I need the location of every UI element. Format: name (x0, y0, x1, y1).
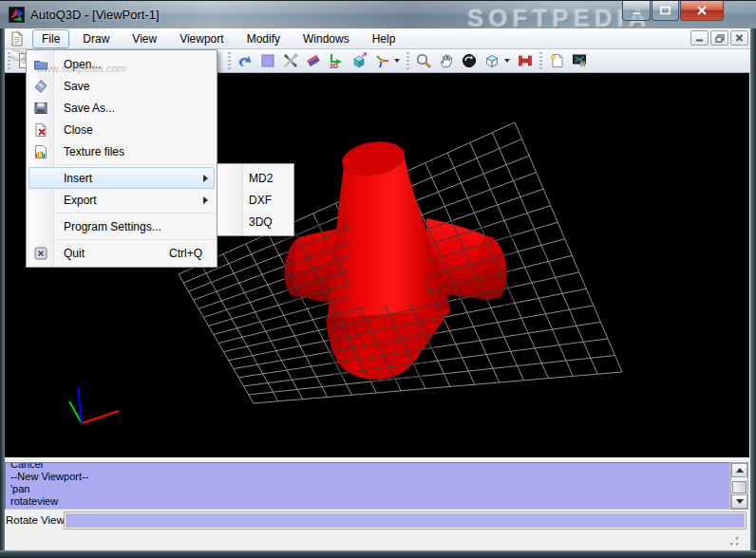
menu-item-label: Close (64, 123, 214, 137)
mdi-restore-icon (715, 34, 725, 43)
menu-bar: FileDrawViewViewportModifyWindowsHelp (5, 28, 750, 49)
title-bar[interactable]: AutoQ3D - [ViewPort-1] SOFTPEDIA (0, 0, 756, 28)
insert-submenu-item-dxf[interactable]: DXF (219, 189, 292, 211)
mdi-minimize-button[interactable] (690, 30, 709, 46)
toolbar-grip[interactable] (8, 52, 10, 69)
window-border-bottom (0, 550, 756, 558)
orientation-axes-icon (373, 52, 390, 69)
orientation-axes-dropdown-caret[interactable] (394, 59, 400, 63)
orientation-axes-button[interactable] (370, 50, 393, 71)
measure-icon (517, 52, 534, 69)
file-menu: Open...SaveSave As...CloseTexture filesI… (26, 49, 217, 268)
scrollbar-thumb[interactable] (732, 481, 747, 493)
menu-viewport[interactable]: Viewport (170, 29, 233, 48)
eraser-button[interactable] (302, 50, 325, 71)
color-swatch-icon (259, 52, 276, 69)
window-border-right (750, 28, 756, 550)
extrude-icon (350, 52, 368, 69)
menu-item-label: Quit (64, 247, 169, 260)
close-button[interactable] (680, 1, 724, 21)
file-menu-item-close[interactable]: Close (28, 119, 215, 140)
menu-help[interactable]: Help (363, 29, 406, 48)
view-mode-cube-icon (483, 52, 501, 69)
menu-item-label: Export (64, 194, 203, 207)
arrow-up-icon (736, 468, 744, 473)
new-part-icon (548, 52, 565, 69)
move-3d-button[interactable]: 3D (325, 50, 348, 71)
menu-file[interactable]: File (32, 29, 69, 48)
new-part-button[interactable] (545, 50, 568, 71)
file-menu-item-save[interactable]: Save (28, 75, 215, 97)
toolbar-grip[interactable] (406, 52, 409, 69)
menubar-items: FileDrawViewViewportModifyWindowsHelp (30, 29, 406, 48)
minimize-icon (632, 7, 642, 15)
submenu-arrow-icon (203, 175, 208, 182)
insert-submenu-item-3dq[interactable]: 3DQ (219, 211, 292, 232)
resize-grip[interactable] (724, 532, 741, 548)
menu-draw[interactable]: Draw (73, 29, 119, 48)
file-menu-item-texture-files[interactable]: Texture files (28, 140, 215, 162)
file-menu-item-quit[interactable]: QuitCtrl+Q (28, 242, 215, 264)
toolbar-grip[interactable] (228, 52, 231, 69)
menu-view[interactable]: View (123, 29, 166, 48)
console-line: rotateview (10, 495, 88, 508)
file-menu-item-insert[interactable]: Insert (28, 167, 215, 189)
view-mode-cube-button[interactable] (481, 50, 503, 71)
command-history-lines: Cancel--New Viewport--'panrotateview (10, 462, 88, 508)
mdi-restore-button[interactable] (710, 30, 728, 46)
rotate-view-button[interactable] (458, 50, 481, 71)
pan-button[interactable] (435, 50, 458, 71)
rotate-view-icon (461, 52, 478, 69)
program-tools-icon (571, 52, 588, 69)
arrow-down-icon (736, 499, 744, 504)
command-history[interactable]: Cancel--New Viewport--'panrotateview (5, 462, 730, 510)
menu-item-label: 3DQ (249, 215, 291, 229)
save-as-disk-icon (33, 101, 48, 116)
document-icon (9, 31, 25, 46)
menu-item-shortcut: Ctrl+Q (169, 247, 202, 260)
insert-submenu-item-md2[interactable]: MD2 (219, 167, 292, 189)
menu-item-label: Program Settings... (64, 220, 214, 233)
extrude-button[interactable] (348, 50, 370, 71)
caption-buttons (622, 1, 724, 21)
file-menu-item-open[interactable]: Open... (28, 53, 215, 75)
measure-button[interactable] (514, 50, 537, 71)
menu-item-label: Texture files (64, 145, 214, 158)
program-tools-button[interactable] (568, 50, 591, 71)
window-title: AutoQ3D - [ViewPort-1] (30, 8, 160, 22)
application-window: AutoQ3D - [ViewPort-1] SOFTPEDIA FileDra… (0, 0, 756, 558)
svg-text:3D: 3D (330, 63, 338, 69)
scroll-up-button[interactable] (731, 463, 747, 477)
menu-windows[interactable]: Windows (293, 29, 359, 48)
tools-button[interactable] (279, 50, 302, 71)
menu-item-label: Open... (64, 58, 214, 71)
mdi-close-button[interactable] (730, 30, 748, 46)
undo-button[interactable] (234, 50, 256, 71)
maximize-icon (660, 6, 671, 15)
quit-box-icon (33, 246, 48, 261)
mdi-buttons (690, 30, 748, 46)
move-3d-icon: 3D (328, 52, 345, 69)
texture-doc-icon (33, 144, 48, 159)
axis-gizmo (69, 387, 119, 423)
zoom-icon (415, 52, 432, 69)
blank-icon (33, 193, 48, 208)
menu-separator (55, 164, 215, 165)
menu-separator (55, 213, 215, 214)
command-input[interactable] (64, 512, 747, 530)
menu-modify[interactable]: Modify (237, 29, 290, 48)
maximize-button[interactable] (652, 1, 679, 21)
scroll-down-button[interactable] (731, 494, 747, 509)
minimize-button[interactable] (622, 1, 651, 21)
file-menu-item-export[interactable]: Export (28, 189, 215, 211)
menu-item-label: Save (64, 80, 214, 93)
color-swatch-button[interactable] (256, 50, 279, 71)
prompt-label: Rotate View: (6, 514, 67, 526)
console-line: 'pan (10, 483, 88, 495)
toolbar-grip[interactable] (539, 52, 542, 69)
console-scrollbar[interactable] (730, 462, 748, 510)
file-menu-item-program-settings[interactable]: Program Settings... (28, 215, 215, 237)
file-menu-item-save-as[interactable]: Save As... (28, 97, 215, 119)
view-mode-cube-dropdown-caret[interactable] (504, 59, 510, 63)
zoom-button[interactable] (412, 50, 435, 71)
